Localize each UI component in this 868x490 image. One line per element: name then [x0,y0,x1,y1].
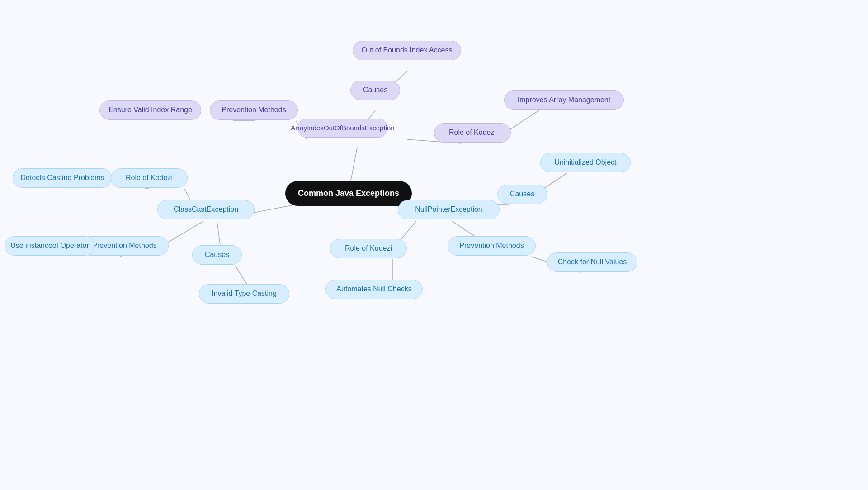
ensure-valid-index-range-node: Ensure Valid Index Range [99,100,201,120]
out-of-bounds-node: Out of Bounds Index Access [353,41,461,60]
class-cast-exception-node: ClassCastException [157,200,255,219]
center-node: Common Java Exceptions [285,181,412,206]
causes-null-node: Causes [497,185,547,204]
null-pointer-exception-node: NullPointerException [398,200,500,219]
detects-casting-problems-node: Detects Casting Problems [13,168,112,188]
use-instanceof-operator-node: Use instanceof Operator [5,236,95,256]
prevention-methods-null-node: Prevention Methods [448,236,536,256]
role-kodezi-null-node: Role of Kodezi [330,239,407,258]
check-for-null-values-node: Check for Null Values [547,252,637,272]
causes-cast-node: Causes [192,245,242,265]
array-index-node: ArrayIndexOutOfBoundsException [297,119,388,138]
role-kodezi-cast-node: Role of Kodezi [111,168,188,188]
role-kodezi-array-node: Role of Kodezi [434,123,511,143]
improves-array-management-node: Improves Array Management [504,90,624,110]
invalid-type-casting-node: Invalid Type Casting [199,284,289,304]
causes-array-node: Causes [350,81,400,100]
uninitialized-object-node: Uninitialized Object [540,153,631,172]
automates-null-checks-node: Automates Null Checks [326,280,423,299]
prevention-methods-array-node: Prevention Methods [210,100,298,120]
